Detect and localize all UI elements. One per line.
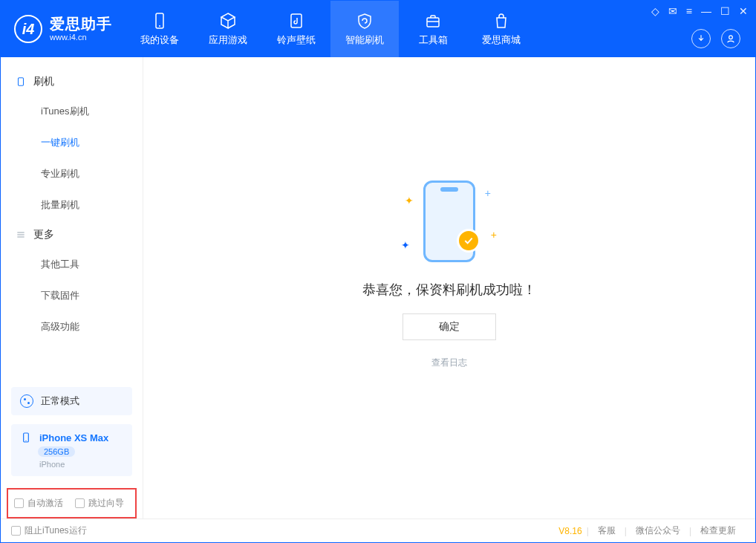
checkbox-skip-guide[interactable]: 跳过向导 xyxy=(75,497,124,510)
nav-ringtone-wallpaper[interactable]: 铃声壁纸 xyxy=(262,1,330,57)
nav-label: 工具箱 xyxy=(419,33,448,47)
check-badge-icon xyxy=(457,229,480,253)
checkbox-label: 阻止iTunes运行 xyxy=(25,524,87,537)
nav-toolbox[interactable]: 工具箱 xyxy=(399,1,467,57)
sidebar-spacer xyxy=(1,342,143,383)
logo-area: i4 爱思助手 www.i4.cn xyxy=(1,1,126,57)
nav-label: 应用游戏 xyxy=(209,33,247,47)
highlighted-checkbox-row: 自动激活 跳过向导 xyxy=(7,488,137,518)
sparkle-icon: + xyxy=(491,229,497,241)
menu-icon[interactable]: ≡ xyxy=(686,5,692,17)
cube-icon xyxy=(218,11,238,30)
checkbox-icon xyxy=(14,498,24,508)
sparkle-icon: + xyxy=(485,187,491,199)
logo-icon: i4 xyxy=(14,15,42,43)
device-type: iPhone xyxy=(39,460,65,469)
close-icon[interactable]: ✕ xyxy=(739,5,748,17)
nav-label: 铃声壁纸 xyxy=(277,33,316,47)
checkbox-icon xyxy=(75,498,85,508)
ok-button[interactable]: 确定 xyxy=(403,313,496,340)
sidebar-item-download-firmware[interactable]: 下载固件 xyxy=(1,280,143,311)
svg-point-7 xyxy=(25,440,26,441)
app-name-cn: 爱思助手 xyxy=(50,15,112,33)
app-name-en: www.i4.cn xyxy=(50,33,112,42)
svg-rect-2 xyxy=(291,14,302,27)
nav-label: 爱思商城 xyxy=(482,33,521,47)
nav-smart-flash[interactable]: 智能刷机 xyxy=(330,1,399,57)
sidebar-item-pro-flash[interactable]: 专业刷机 xyxy=(1,158,143,189)
svg-point-4 xyxy=(729,36,733,39)
checkbox-block-itunes[interactable]: 阻止iTunes运行 xyxy=(11,524,87,537)
sidebar-item-batch-flash[interactable]: 批量刷机 xyxy=(1,189,143,221)
window-controls: ◇ ✉ ≡ — ☐ ✕ xyxy=(651,5,748,17)
nav-store[interactable]: 爱思商城 xyxy=(467,1,535,57)
wechat-link[interactable]: 微信公众号 xyxy=(627,524,689,537)
list-icon xyxy=(16,230,26,240)
mode-card[interactable]: 正常模式 xyxy=(11,387,132,415)
sidebar-item-other-tools[interactable]: 其他工具 xyxy=(1,249,143,280)
success-illustration: ✦ + ✦ + xyxy=(397,177,501,266)
check-update-link[interactable]: 检查更新 xyxy=(691,524,745,537)
sidebar-item-advanced[interactable]: 高级功能 xyxy=(1,311,143,342)
app-window: i4 爱思助手 www.i4.cn 我的设备 应用游戏 铃声壁纸 智能刷机 xyxy=(0,0,756,543)
checkbox-auto-activate[interactable]: 自动激活 xyxy=(14,497,63,510)
nav-label: 我的设备 xyxy=(140,33,179,47)
device-card[interactable]: iPhone XS Max 256GB iPhone xyxy=(11,424,132,476)
checkbox-icon xyxy=(11,526,21,536)
phone-icon xyxy=(150,11,169,30)
sidebar: 刷机 iTunes刷机 一键刷机 专业刷机 批量刷机 更多 其他工具 下载固件 … xyxy=(1,57,143,518)
sidebar-section-flash: 刷机 xyxy=(1,68,143,96)
download-icon[interactable] xyxy=(691,29,711,48)
logo-text: 爱思助手 www.i4.cn xyxy=(50,15,112,42)
user-icon[interactable] xyxy=(721,29,740,48)
checkbox-label: 跳过向导 xyxy=(88,497,124,510)
header-right-icons xyxy=(691,29,740,48)
capacity-badge: 256GB xyxy=(38,446,75,457)
nav-my-device[interactable]: 我的设备 xyxy=(126,1,194,57)
body: 刷机 iTunes刷机 一键刷机 专业刷机 批量刷机 更多 其他工具 下载固件 … xyxy=(1,57,755,518)
success-message: 恭喜您，保资料刷机成功啦！ xyxy=(362,281,536,299)
sparkle-icon: ✦ xyxy=(405,195,414,207)
mode-icon xyxy=(20,394,33,408)
mode-label: 正常模式 xyxy=(41,394,79,408)
device-name: iPhone XS Max xyxy=(39,432,108,443)
checkbox-label: 自动激活 xyxy=(27,497,63,510)
version-label: V8.16 xyxy=(558,526,586,536)
nav-apps-games[interactable]: 应用游戏 xyxy=(194,1,262,57)
view-log-link[interactable]: 查看日志 xyxy=(431,357,467,369)
skin-icon[interactable]: ◇ xyxy=(651,5,659,17)
support-link[interactable]: 客服 xyxy=(589,524,625,537)
main-content: ✦ + ✦ + 恭喜您，保资料刷机成功啦！ 确定 查看日志 xyxy=(143,57,755,518)
section-title: 刷机 xyxy=(33,75,54,88)
svg-point-1 xyxy=(159,25,160,27)
sidebar-item-itunes-flash[interactable]: iTunes刷机 xyxy=(1,96,143,127)
phone-small-icon xyxy=(20,432,32,443)
maximize-icon[interactable]: ☐ xyxy=(720,5,730,17)
section-title: 更多 xyxy=(33,228,54,241)
device-top: iPhone XS Max xyxy=(20,432,108,443)
svg-rect-5 xyxy=(19,78,24,86)
sidebar-item-oneclick-flash[interactable]: 一键刷机 xyxy=(1,127,143,158)
refresh-shield-icon xyxy=(355,11,374,30)
sparkle-icon: ✦ xyxy=(401,239,410,251)
music-file-icon xyxy=(287,11,306,30)
main-nav: 我的设备 应用游戏 铃声壁纸 智能刷机 工具箱 爱思商城 xyxy=(126,1,535,57)
sidebar-section-more: 更多 xyxy=(1,221,143,249)
minimize-icon[interactable]: — xyxy=(701,5,711,17)
bag-icon xyxy=(492,11,511,30)
toolbox-icon xyxy=(423,11,443,30)
device-outline-icon xyxy=(16,77,26,87)
feedback-icon[interactable]: ✉ xyxy=(668,5,677,17)
nav-label: 智能刷机 xyxy=(345,33,384,47)
statusbar: 阻止iTunes运行 V8.16 | 客服 | 微信公众号 | 检查更新 xyxy=(1,518,755,542)
titlebar: i4 爱思助手 www.i4.cn 我的设备 应用游戏 铃声壁纸 智能刷机 xyxy=(1,1,755,57)
svg-rect-3 xyxy=(427,18,439,27)
